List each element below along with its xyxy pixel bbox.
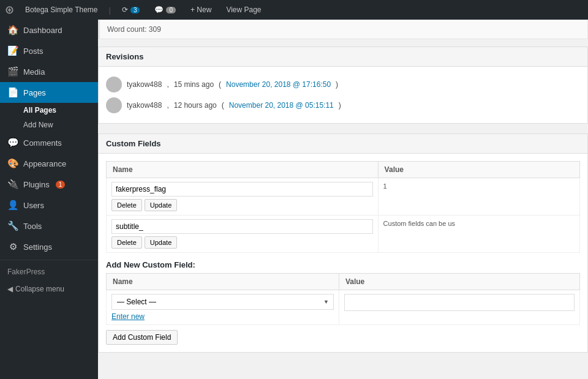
appearance-icon: 🎨 [7, 158, 18, 169]
sidebar-label-users: Users [23, 201, 44, 210]
new-item[interactable]: + New [187, 6, 215, 14]
table-row: — Select — Enter new [107, 290, 580, 325]
custom-fields-table: Name Value Delete Update [106, 161, 580, 253]
tools-icon: 🔧 [7, 220, 18, 231]
site-name-text: Botega Simple Theme [25, 6, 98, 14]
sidebar-item-pages[interactable]: 📄 Pages [0, 82, 98, 103]
site-name[interactable]: Botega Simple Theme [21, 6, 102, 14]
word-count-text: Word count: 309 [107, 25, 161, 34]
word-count-bar: Word count: 309 [98, 20, 588, 39]
revision-link-2[interactable]: November 20, 2018 @ 05:15:11 [229, 101, 334, 110]
revision-author-1: tyakow488 [127, 80, 162, 89]
cf-actions-2: Delete Update [111, 236, 373, 249]
add-cf-value-cell [339, 290, 579, 325]
comments-item[interactable]: 💬 0 [151, 6, 179, 14]
new-label: + New [190, 6, 211, 14]
table-row: Delete Update Custom fields can be us [107, 216, 580, 253]
admin-bar: ⊛ Botega Simple Theme | ⟳ 3 💬 0 + New Vi… [0, 0, 588, 20]
sidebar: 🏠 Dashboard 📝 Posts 🎬 Media 📄 Pages All … [0, 20, 98, 379]
view-page-label: View Page [226, 6, 261, 14]
posts-icon: 📝 [7, 45, 18, 56]
main-content: Word count: 309 Revisions tyakow488, 15 … [98, 20, 588, 379]
cf-name-cell-2: Delete Update [107, 216, 379, 253]
fakerpress-label: FakerPress [7, 268, 45, 276]
add-name-column-header: Name [107, 274, 339, 290]
avatar [106, 97, 122, 113]
view-page-item[interactable]: View Page [222, 6, 265, 14]
sidebar-label-media: Media [23, 67, 45, 77]
sidebar-item-appearance[interactable]: 🎨 Appearance [0, 153, 98, 174]
sidebar-item-plugins[interactable]: 🔌 Plugins 1 [0, 174, 98, 195]
cf-name-cell-1: Delete Update [107, 178, 379, 216]
wp-logo-icon[interactable]: ⊛ [5, 3, 14, 17]
sidebar-item-tools[interactable]: 🔧 Tools [0, 216, 98, 236]
pages-icon: 📄 [7, 87, 18, 98]
comments-badge: 0 [166, 7, 176, 13]
updates-item[interactable]: ⟳ 3 [118, 6, 144, 14]
sidebar-fakerpress[interactable]: FakerPress [0, 263, 98, 281]
delete-button-1[interactable]: Delete [111, 199, 142, 211]
enter-new-link[interactable]: Enter new [111, 312, 145, 321]
all-pages-label: All Pages [23, 106, 56, 114]
sidebar-label-dashboard: Dashboard [23, 26, 62, 35]
cf-value-text-1: 1 [383, 182, 387, 190]
collapse-icon: ◀ [7, 285, 13, 293]
cf-name-input-1[interactable] [111, 182, 373, 197]
plugins-badge: 1 [56, 181, 66, 189]
sidebar-item-users[interactable]: 👤 Users [0, 195, 98, 216]
users-icon: 👤 [7, 200, 18, 211]
collapse-label: Collapse menu [15, 285, 64, 293]
pages-submenu: All Pages Add New [0, 103, 98, 132]
settings-icon: ⚙ [7, 241, 18, 252]
plugins-icon: 🔌 [7, 179, 18, 190]
cf-value-cell-1: 1 [378, 178, 579, 216]
sidebar-label-pages: Pages [23, 88, 46, 97]
add-custom-field-button[interactable]: Add Custom Field [106, 330, 178, 345]
add-custom-field-table: Name Value — Select — [106, 273, 580, 325]
sidebar-subitem-all-pages[interactable]: All Pages [0, 103, 98, 118]
update-button-2[interactable]: Update [145, 236, 177, 249]
add-cf-name-cell: — Select — Enter new [107, 290, 339, 325]
sidebar-item-settings[interactable]: ⚙ Settings [0, 236, 98, 257]
cf-name-input-2[interactable] [111, 219, 373, 234]
update-button-1[interactable]: Update [145, 199, 177, 211]
media-icon: 🎬 [7, 66, 18, 77]
sidebar-item-dashboard[interactable]: 🏠 Dashboard [0, 20, 98, 40]
updates-icon: ⟳ [122, 6, 128, 14]
sidebar-label-appearance: Appearance [23, 159, 66, 168]
value-column-header: Value [378, 162, 579, 178]
cf-value-cell-2: Custom fields can be us [378, 216, 579, 253]
comments-icon: 💬 [7, 137, 18, 148]
sidebar-item-media[interactable]: 🎬 Media [0, 61, 98, 82]
revision-item: tyakow488, 15 mins ago (November 20, 201… [106, 74, 580, 95]
cf-actions-1: Delete Update [111, 199, 373, 211]
sidebar-subitem-add-new[interactable]: Add New [0, 118, 98, 132]
sidebar-label-comments: Comments [23, 138, 62, 148]
sidebar-item-comments[interactable]: 💬 Comments [0, 132, 98, 153]
sidebar-label-tools: Tools [23, 222, 42, 231]
updates-badge: 3 [130, 7, 140, 13]
add-new-custom-field-label: Add New Custom Field: [106, 260, 580, 269]
comments-icon: 💬 [154, 6, 164, 14]
select-wrap: — Select — [111, 294, 334, 310]
revision-link-1[interactable]: November 20, 2018 @ 17:16:50 [226, 80, 331, 89]
avatar [106, 77, 122, 92]
add-value-column-header: Value [339, 274, 579, 290]
custom-field-select[interactable]: — Select — [111, 294, 334, 310]
custom-fields-header: Custom Fields [99, 134, 587, 154]
sidebar-divider [0, 260, 98, 260]
sidebar-label-settings: Settings [23, 242, 52, 252]
delete-button-2[interactable]: Delete [111, 236, 142, 249]
collapse-menu[interactable]: ◀ Collapse menu [0, 281, 98, 297]
table-row: Delete Update 1 [107, 178, 580, 216]
cf-value-empty[interactable] [344, 294, 575, 311]
revisions-header: Revisions [99, 47, 587, 67]
revision-time-1: 15 mins ago [174, 80, 214, 89]
custom-fields-body: Name Value Delete Update [99, 154, 587, 352]
custom-fields-section: Custom Fields Name Value [98, 133, 588, 353]
dashboard-icon: 🏠 [7, 24, 18, 36]
sidebar-item-posts[interactable]: 📝 Posts [0, 40, 98, 61]
cf-value-text-2: Custom fields can be us [383, 220, 455, 227]
revision-item: tyakow488, 12 hours ago (November 20, 20… [106, 95, 580, 116]
add-new-label: Add New [23, 121, 53, 129]
